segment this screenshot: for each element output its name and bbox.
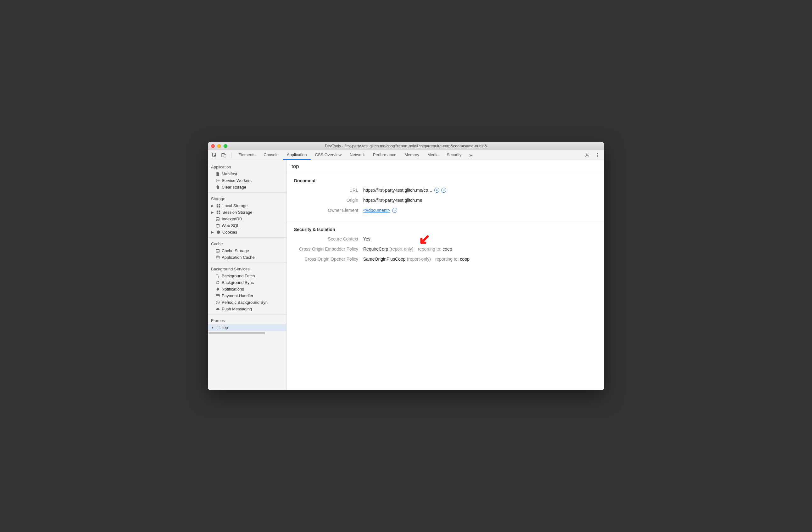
sidebar-item-top[interactable]: ▼top bbox=[208, 324, 286, 331]
svg-rect-27 bbox=[217, 326, 220, 329]
reveal-in-network-icon[interactable] bbox=[441, 187, 446, 193]
db-icon bbox=[215, 217, 220, 221]
db-icon bbox=[215, 249, 220, 253]
toolbar-separator bbox=[231, 152, 231, 158]
sync-icon bbox=[215, 280, 220, 285]
kv-row: Secure ContextYes bbox=[294, 236, 597, 241]
close-window-button[interactable] bbox=[211, 144, 215, 148]
sidebar-item-notifications[interactable]: Notifications bbox=[208, 286, 286, 292]
sidebar-item-local-storage[interactable]: ▶Local Storage bbox=[208, 202, 286, 209]
sidebar-item-label: Periodic Background Syn bbox=[222, 300, 267, 305]
policy-note: (report-only) bbox=[389, 247, 413, 252]
tab-media[interactable]: Media bbox=[424, 150, 442, 160]
reporting-label: reporting to: bbox=[418, 247, 441, 252]
svg-rect-8 bbox=[216, 204, 218, 206]
kv-row: Originhttps://first-party-test.glitch.me bbox=[294, 198, 597, 203]
sidebar-item-label: Service Workers bbox=[222, 178, 251, 183]
kv-value: <#document> bbox=[363, 208, 397, 213]
settings-icon[interactable] bbox=[583, 151, 591, 159]
tab-memory[interactable]: Memory bbox=[401, 150, 423, 160]
sidebar-item-label: Web SQL bbox=[222, 223, 239, 228]
sidebar-item-manifest[interactable]: Manifest bbox=[208, 171, 286, 177]
sidebar-item-periodic-background-syn[interactable]: Periodic Background Syn bbox=[208, 299, 286, 306]
svg-rect-15 bbox=[219, 212, 220, 214]
kv-value: https://first-party-test.glitch.me bbox=[363, 198, 422, 203]
tab-network[interactable]: Network bbox=[346, 150, 368, 160]
policy-value: SameOriginPlusCoep bbox=[363, 256, 406, 262]
reveal-in-elements-icon[interactable] bbox=[392, 208, 397, 213]
tab-security[interactable]: Security bbox=[443, 150, 465, 160]
svg-rect-25 bbox=[216, 295, 219, 296]
value-text: Yes bbox=[363, 236, 371, 241]
bell-icon bbox=[215, 287, 220, 292]
sidebar-item-label: Push Messaging bbox=[222, 307, 252, 311]
sidebar-item-cache-storage[interactable]: Cache Storage bbox=[208, 248, 286, 254]
copy-url-icon[interactable] bbox=[434, 187, 439, 193]
tab-performance[interactable]: Performance bbox=[369, 150, 400, 160]
sidebar-item-indexeddb[interactable]: IndexedDB bbox=[208, 215, 286, 222]
svg-point-23 bbox=[216, 256, 219, 256]
toolbar: ElementsConsoleApplicationCSS OverviewNe… bbox=[208, 150, 604, 160]
more-tabs-icon[interactable]: » bbox=[467, 151, 475, 159]
tab-console[interactable]: Console bbox=[260, 150, 282, 160]
tab-css-overview[interactable]: CSS Overview bbox=[311, 150, 346, 160]
svg-point-3 bbox=[586, 155, 588, 156]
sidebar-item-cookies[interactable]: ▶Cookies bbox=[208, 229, 286, 236]
svg-rect-10 bbox=[216, 206, 218, 208]
svg-point-4 bbox=[597, 153, 598, 154]
svg-rect-13 bbox=[219, 211, 220, 212]
svg-point-17 bbox=[216, 224, 219, 225]
cookie-icon bbox=[216, 230, 220, 235]
svg-point-19 bbox=[218, 232, 218, 232]
section-document: DocumentURLhttps://first-party-test.glit… bbox=[287, 173, 604, 219]
clock-icon bbox=[215, 300, 220, 305]
kv-key: Cross-Origin Opener Policy bbox=[294, 256, 363, 262]
minimize-window-button[interactable] bbox=[217, 144, 221, 148]
sidebar-separator bbox=[208, 314, 286, 314]
kv-value: https://first-party-test.glitch.me/co… bbox=[363, 187, 446, 193]
sidebar-item-label: Manifest bbox=[222, 171, 237, 176]
sidebar-group-title: Background Services bbox=[208, 265, 286, 272]
svg-point-6 bbox=[597, 156, 598, 157]
db-icon bbox=[215, 255, 220, 260]
sidebar-item-web-sql[interactable]: Web SQL bbox=[208, 222, 286, 229]
kebab-menu-icon[interactable] bbox=[593, 151, 601, 159]
tab-elements[interactable]: Elements bbox=[235, 150, 259, 160]
owner-element-link[interactable]: <#document> bbox=[363, 208, 390, 213]
maximize-window-button[interactable] bbox=[223, 144, 227, 148]
kv-value: RequireCorp (report-only)reporting to: c… bbox=[363, 247, 452, 252]
svg-rect-9 bbox=[219, 204, 220, 206]
sidebar-item-application-cache[interactable]: Application Cache bbox=[208, 254, 286, 261]
policy-value: RequireCorp bbox=[363, 247, 388, 252]
tab-application[interactable]: Application bbox=[283, 150, 311, 160]
kv-value: Yes bbox=[363, 236, 371, 241]
sidebar-item-session-storage[interactable]: ▶Session Storage bbox=[208, 209, 286, 215]
db-icon bbox=[215, 224, 220, 228]
sidebar-item-push-messaging[interactable]: Push Messaging bbox=[208, 306, 286, 312]
chevron-right-icon: ▶ bbox=[211, 211, 214, 214]
gear-icon bbox=[215, 179, 220, 183]
svg-point-22 bbox=[216, 249, 219, 250]
sidebar-group-title: Storage bbox=[208, 195, 286, 202]
content: ApplicationManifestService WorkersClear … bbox=[208, 160, 604, 390]
reporting-to: coep bbox=[443, 247, 452, 252]
sidebar-item-clear-storage[interactable]: Clear storage bbox=[208, 184, 286, 191]
sidebar-horizontal-scrollbar[interactable] bbox=[208, 331, 286, 335]
sidebar-item-payment-handler[interactable]: Payment Handler bbox=[208, 292, 286, 299]
sidebar-item-service-workers[interactable]: Service Workers bbox=[208, 177, 286, 184]
sidebar-group-title: Cache bbox=[208, 240, 286, 248]
reporting-label: reporting to: bbox=[435, 256, 459, 262]
main-header: top bbox=[287, 160, 604, 173]
sidebar-item-background-sync[interactable]: Background Sync bbox=[208, 279, 286, 286]
device-toolbar-icon[interactable] bbox=[220, 151, 228, 159]
kv-row: Cross-Origin Embedder PolicyRequireCorp … bbox=[294, 247, 597, 252]
inspect-element-icon[interactable] bbox=[211, 151, 219, 159]
sidebar-item-label: Session Storage bbox=[222, 210, 252, 215]
svg-point-16 bbox=[216, 217, 219, 218]
svg-point-28 bbox=[436, 190, 437, 191]
kv-key: Owner Element bbox=[294, 208, 363, 213]
sidebar-item-background-fetch[interactable]: Background Fetch bbox=[208, 272, 286, 279]
kv-key: Secure Context bbox=[294, 236, 363, 241]
kv-row: Owner Element<#document> bbox=[294, 208, 597, 213]
trash-icon bbox=[215, 185, 220, 190]
